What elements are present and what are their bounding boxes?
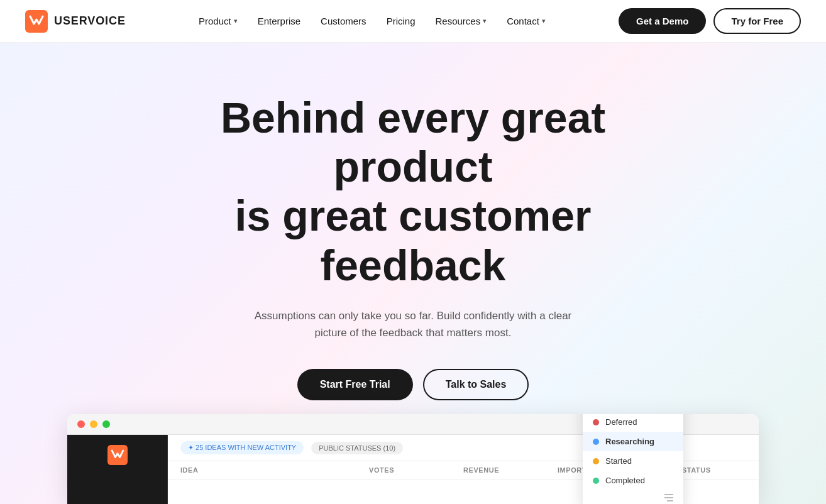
minimize-dot bbox=[90, 420, 97, 428]
completed-dot bbox=[593, 478, 599, 484]
sidebar-logo-icon bbox=[107, 445, 128, 465]
nav-item-pricing[interactable]: Pricing bbox=[379, 11, 423, 31]
nav-actions: Get a Demo Try for Free bbox=[619, 8, 801, 34]
hero-title: Behind every great product is great cust… bbox=[168, 93, 658, 290]
status-badge: PUBLIC STATUSES (10) bbox=[311, 442, 403, 454]
chevron-down-icon: ▾ bbox=[483, 17, 487, 25]
status-completed[interactable]: Completed bbox=[583, 471, 683, 490]
researching-dot bbox=[593, 439, 599, 445]
logo-text: USERVOICE bbox=[54, 14, 126, 28]
nav-item-enterprise[interactable]: Enterprise bbox=[250, 11, 308, 31]
hero-buttons: Start Free Trial Talk to Sales bbox=[297, 369, 529, 400]
started-dot bbox=[593, 458, 599, 464]
hero-subtitle: Assumptions can only take you so far. Bu… bbox=[237, 307, 589, 341]
ideas-badge: ✦ 25 IDEAS WITH NEW ACTIVITY bbox=[180, 441, 304, 454]
col-votes: VOTES bbox=[369, 466, 463, 474]
nav-item-contact[interactable]: Contact ▾ bbox=[499, 11, 553, 31]
browser-window: ✦ 25 IDEAS WITH NEW ACTIVITY PUBLIC STAT… bbox=[67, 414, 759, 504]
chevron-down-icon: ▾ bbox=[542, 17, 546, 25]
nav-item-product[interactable]: Product ▾ bbox=[191, 11, 245, 31]
col-revenue: REVENUE bbox=[463, 466, 558, 474]
browser-content: ✦ 25 IDEAS WITH NEW ACTIVITY PUBLIC STAT… bbox=[67, 435, 759, 504]
start-trial-button[interactable]: Start Free Trial bbox=[297, 369, 413, 400]
hero-section: Behind every great product is great cust… bbox=[0, 43, 826, 504]
maximize-dot bbox=[102, 420, 110, 428]
sidebar bbox=[67, 435, 168, 504]
nav-item-resources[interactable]: Resources ▾ bbox=[427, 11, 494, 31]
talk-sales-button[interactable]: Talk to Sales bbox=[423, 369, 529, 400]
navbar: USERVOICE Product ▾ Enterprise Customers… bbox=[0, 0, 826, 43]
nav-links: Product ▾ Enterprise Customers Pricing R… bbox=[191, 11, 553, 31]
try-free-button[interactable]: Try for Free bbox=[713, 8, 801, 34]
close-dot bbox=[77, 420, 85, 428]
status-started[interactable]: Started bbox=[583, 451, 683, 471]
sidebar-logo bbox=[67, 435, 167, 475]
chevron-down-icon: ▾ bbox=[234, 17, 238, 25]
nav-item-customers[interactable]: Customers bbox=[313, 11, 374, 31]
logo-icon bbox=[25, 10, 48, 33]
logo[interactable]: USERVOICE bbox=[25, 10, 126, 33]
status-researching[interactable]: Researching bbox=[583, 432, 683, 451]
deferred-dot bbox=[593, 419, 599, 425]
sort-handle[interactable] bbox=[583, 490, 683, 504]
ui-preview: ✦ 25 IDEAS WITH NEW ACTIVITY PUBLIC STAT… bbox=[67, 414, 759, 504]
get-demo-button[interactable]: Get a Demo bbox=[619, 8, 706, 34]
status-dropdown: No Status Deferred Researching Started bbox=[583, 414, 683, 504]
status-deferred[interactable]: Deferred bbox=[583, 414, 683, 432]
col-idea: IDEA bbox=[180, 466, 369, 474]
